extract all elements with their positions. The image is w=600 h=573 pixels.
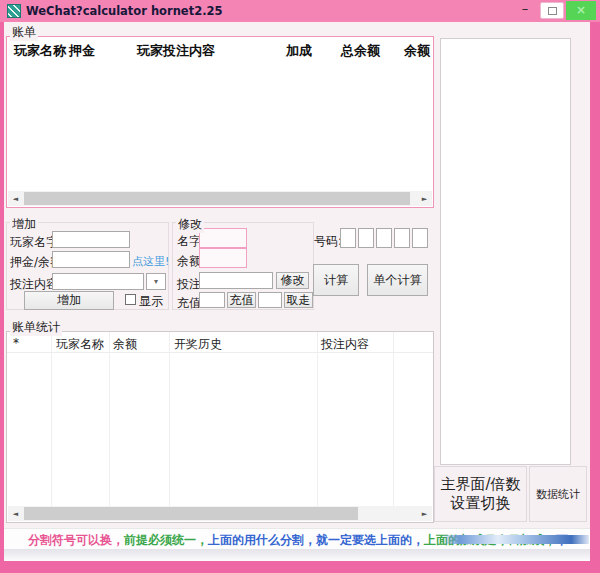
add-button[interactable]: 增加 <box>24 291 114 310</box>
bill-group-label: 账单 <box>10 24 38 41</box>
withdraw-amount-input[interactable] <box>258 292 282 308</box>
main-switch-line2: 设置切换 <box>451 494 511 513</box>
modify-button[interactable]: 修改 <box>276 272 309 289</box>
modify-balance-input[interactable] <box>199 248 247 268</box>
minimize-button[interactable]: – <box>512 0 538 20</box>
column-divider <box>51 332 52 506</box>
withdraw-button[interactable]: 取走 <box>284 292 313 308</box>
status-segment-3: 上面的用什么分割，就一定要选上面的， <box>208 533 424 547</box>
add-group-label: 增加 <box>10 216 38 233</box>
title-bar: WeChat?calculator hornet2.25 – × <box>0 0 600 22</box>
stats-column-header-player: 玩家名称 <box>56 336 104 353</box>
header-divider <box>7 352 433 353</box>
number-box-5[interactable] <box>412 228 428 248</box>
bill-table: 玩家名称 押金 玩家投注内容 加成 总余额 余额 ◄ ► <box>6 36 434 208</box>
show-checkbox-label: 显示 <box>139 293 163 310</box>
click-here-link[interactable]: 点这里! <box>132 254 169 269</box>
close-button[interactable]: × <box>566 1 596 20</box>
recharge-amount-input[interactable] <box>199 292 225 308</box>
bill-column-header-balance: 余额 <box>404 42 430 60</box>
single-calculate-button[interactable]: 单个计算 <box>367 264 428 296</box>
scrollbar-thumb[interactable] <box>24 507 358 520</box>
bill-column-header-deposit: 押金 <box>69 42 95 60</box>
window-title: WeChat?calculator hornet2.25 <box>26 4 223 18</box>
window-bottom-strip <box>4 549 590 561</box>
app-icon <box>7 4 21 18</box>
scroll-left-icon[interactable]: ◄ <box>8 191 23 206</box>
deposit-balance-input[interactable] <box>52 251 130 268</box>
main-switch-line1: 主界面/倍数 <box>440 475 520 494</box>
bill-column-header-bet-content: 玩家投注内容 <box>137 42 215 60</box>
data-statistics-button[interactable]: 数据统计 <box>529 466 587 522</box>
player-name-input[interactable] <box>52 231 130 248</box>
status-gradient-streak <box>442 535 589 544</box>
show-checkbox[interactable] <box>125 294 136 305</box>
number-box-3[interactable] <box>376 228 392 248</box>
stats-table: * 玩家名称 余额 开奖历史 投注内容 ◄ ► <box>6 331 434 523</box>
column-divider <box>109 332 110 506</box>
bill-column-header-bonus: 加成 <box>286 42 312 60</box>
status-segment-1: 分割符号可以换， <box>28 533 124 547</box>
stats-column-header-star: * <box>13 336 19 350</box>
maximize-button[interactable] <box>540 2 564 19</box>
chevron-down-icon: ▾ <box>154 277 158 286</box>
bill-horizontal-scrollbar[interactable]: ◄ ► <box>8 191 432 206</box>
modify-group-label: 修改 <box>176 216 204 233</box>
scroll-right-icon[interactable]: ► <box>417 191 432 206</box>
stats-column-header-history: 开奖历史 <box>174 336 222 353</box>
number-box-2[interactable] <box>358 228 374 248</box>
bet-content-input[interactable] <box>52 273 144 290</box>
stats-column-header-bet-content: 投注内容 <box>321 336 369 353</box>
window-border-right <box>590 22 600 561</box>
bill-column-header-total-balance: 总余额 <box>341 42 380 60</box>
main-interface-switch-button[interactable]: 主界面/倍数 设置切换 <box>434 466 527 522</box>
right-display-panel <box>440 38 571 465</box>
stats-column-header-balance: 余额 <box>113 336 137 353</box>
calculate-button[interactable]: 计算 <box>313 264 359 296</box>
column-divider <box>169 332 170 506</box>
modify-bet-input[interactable] <box>199 272 273 289</box>
window-border-bottom <box>0 561 600 573</box>
number-box-1[interactable] <box>340 228 356 248</box>
modify-name-input[interactable] <box>199 228 247 248</box>
status-segment-2: 前提必须统一， <box>124 533 208 547</box>
bet-content-dropdown[interactable]: ▾ <box>146 273 166 290</box>
scroll-right-icon[interactable]: ► <box>417 506 432 521</box>
close-icon: × <box>576 3 586 17</box>
stats-horizontal-scrollbar[interactable]: ◄ ► <box>8 506 432 521</box>
scroll-left-icon[interactable]: ◄ <box>8 506 23 521</box>
numbers-label: 号码: <box>314 233 342 250</box>
bill-column-header-player: 玩家名称 <box>14 42 66 60</box>
number-box-4[interactable] <box>394 228 410 248</box>
minimize-icon: – <box>522 1 529 16</box>
data-statistics-label: 数据统计 <box>536 487 580 502</box>
stats-group-label: 账单统计 <box>10 319 62 336</box>
column-divider <box>393 332 394 506</box>
column-divider <box>317 332 318 506</box>
scrollbar-thumb[interactable] <box>24 192 410 205</box>
maximize-icon <box>548 7 557 15</box>
recharge-button[interactable]: 充值 <box>227 292 256 308</box>
window-border-left <box>0 22 4 561</box>
